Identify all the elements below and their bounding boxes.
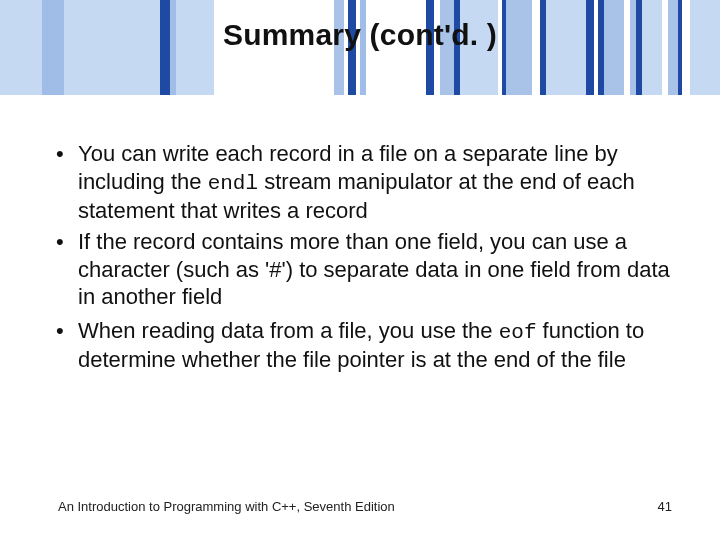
slide-body: You can write each record in a file on a… — [56, 140, 676, 377]
code-span: endl — [208, 172, 258, 195]
page-number: 41 — [658, 499, 672, 514]
bullet-text-pre: If the record contains more than one fie… — [78, 229, 670, 309]
bullet-text-pre: When reading data from a file, you use t… — [78, 318, 499, 343]
bullet-list: You can write each record in a file on a… — [56, 140, 676, 373]
list-item: When reading data from a file, you use t… — [56, 317, 676, 374]
code-span: eof — [499, 321, 537, 344]
list-item: If the record contains more than one fie… — [56, 228, 676, 312]
slide-title: Summary (cont'd. ) — [0, 18, 720, 52]
list-item: You can write each record in a file on a… — [56, 140, 676, 224]
footer-text: An Introduction to Programming with C++,… — [58, 499, 395, 514]
